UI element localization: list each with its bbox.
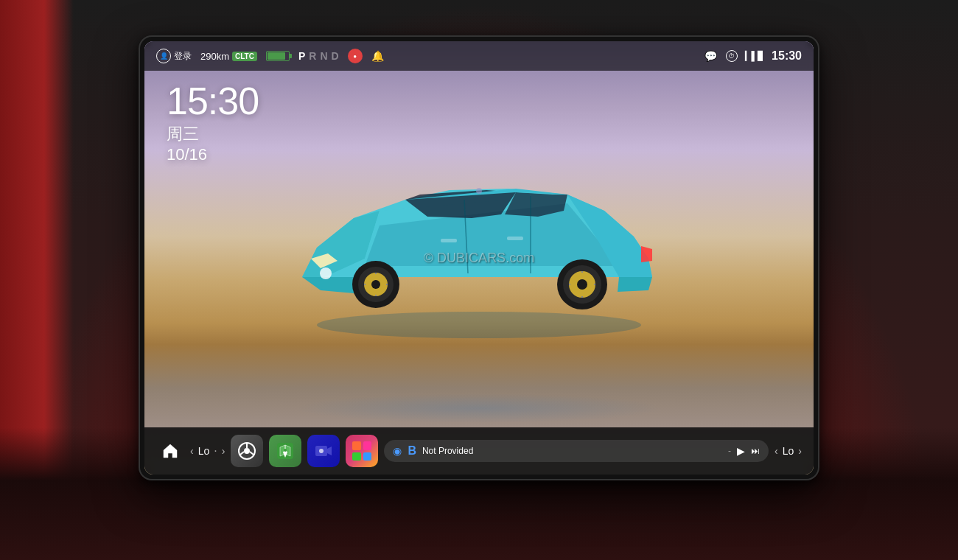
battery-indicator bbox=[266, 51, 290, 61]
svg-rect-20 bbox=[507, 237, 523, 240]
bell-icon[interactable]: 🔔 bbox=[371, 50, 384, 62]
login-label: 登录 bbox=[174, 50, 192, 63]
svg-point-14 bbox=[577, 279, 587, 290]
right-nav-controls: ‹ Lo › bbox=[775, 445, 802, 457]
media-dash: - bbox=[728, 446, 731, 456]
car-3d-display bbox=[258, 115, 700, 351]
datetime-overlay: 15:30 周三 10/16 bbox=[167, 82, 259, 164]
play-button[interactable]: ▶ bbox=[737, 445, 745, 457]
status-time: 15:30 bbox=[772, 49, 802, 63]
left-forward-arrow[interactable]: › bbox=[222, 445, 225, 457]
car-svg bbox=[258, 115, 700, 351]
range-item: 290km CLTC bbox=[200, 51, 257, 62]
car-interior: 👤 登录 290km CLTC P bbox=[0, 0, 958, 560]
apps-grid-icon[interactable] bbox=[346, 435, 378, 467]
clock-icon: ⏱ bbox=[726, 50, 738, 62]
left-lo-label: Lo bbox=[198, 445, 210, 457]
home-button[interactable] bbox=[156, 437, 184, 465]
grid-cell-1 bbox=[352, 441, 361, 450]
watermark: © DUBICARS.com bbox=[424, 251, 534, 266]
gear-display[interactable]: P R N D bbox=[298, 50, 339, 62]
user-login-item[interactable]: 👤 登录 bbox=[156, 49, 192, 63]
record-icon: ● bbox=[353, 53, 357, 60]
maps-app-icon[interactable] bbox=[269, 435, 301, 467]
signal-icon: ▎▌▊ bbox=[745, 51, 765, 61]
car-reflection bbox=[295, 393, 663, 423]
cltc-badge: CLTC bbox=[232, 52, 257, 61]
status-bar: 👤 登录 290km CLTC P bbox=[144, 41, 814, 71]
range-value: 290km bbox=[200, 51, 229, 62]
bluetooth-symbol: B bbox=[408, 444, 416, 458]
maps-icon bbox=[276, 441, 295, 461]
steering-wheel-icon bbox=[237, 441, 256, 461]
settings-app-icon[interactable] bbox=[231, 435, 263, 467]
svg-point-32 bbox=[319, 449, 324, 453]
left-nav-controls: ‹ Lo · › bbox=[190, 444, 225, 458]
record-button[interactable]: ● bbox=[348, 49, 363, 63]
svg-line-26 bbox=[240, 452, 244, 455]
gear-n: N bbox=[320, 50, 327, 62]
right-lo-label: Lo bbox=[783, 445, 794, 457]
date-display: 10/16 bbox=[167, 145, 259, 164]
svg-point-24 bbox=[244, 448, 250, 454]
infotainment-screen: 👤 登录 290km CLTC P bbox=[144, 41, 814, 475]
day-display: 周三 bbox=[167, 123, 259, 145]
media-track-title: Not Provided bbox=[422, 446, 722, 456]
right-forward-arrow[interactable]: › bbox=[798, 445, 802, 457]
svg-point-22 bbox=[476, 188, 482, 194]
user-icon: 👤 bbox=[156, 49, 171, 63]
chat-icon[interactable]: 💬 bbox=[704, 49, 718, 63]
svg-line-27 bbox=[250, 452, 254, 455]
video-icon bbox=[314, 441, 333, 461]
grid-cell-3 bbox=[352, 452, 361, 461]
gear-p: P bbox=[298, 50, 305, 62]
skip-button[interactable]: ⏭ bbox=[751, 446, 760, 456]
battery-tip bbox=[290, 54, 292, 58]
screen-bezel: 👤 登录 290km CLTC P bbox=[140, 37, 818, 479]
svg-point-30 bbox=[284, 449, 287, 452]
svg-rect-19 bbox=[441, 239, 457, 242]
status-bar-right: 💬 ⏱ ▎▌▊ 15:30 bbox=[704, 49, 802, 63]
status-bar-left: 👤 登录 290km CLTC P bbox=[156, 49, 704, 63]
svg-point-0 bbox=[317, 312, 641, 338]
taskbar: ‹ Lo · › bbox=[144, 427, 814, 475]
media-player: ◉ B Not Provided - ▶ ⏭ bbox=[384, 440, 769, 462]
gear-d: D bbox=[332, 50, 339, 62]
grid-cell-2 bbox=[363, 441, 372, 450]
right-back-arrow[interactable]: ‹ bbox=[775, 445, 778, 457]
clock-time: 15:30 bbox=[167, 82, 259, 120]
apps-grid-display bbox=[352, 441, 371, 461]
svg-point-6 bbox=[371, 280, 380, 289]
left-back-arrow[interactable]: ‹ bbox=[190, 445, 194, 457]
svg-point-21 bbox=[320, 267, 332, 279]
battery-fill bbox=[268, 52, 285, 60]
gear-r: R bbox=[309, 50, 316, 62]
video-app-icon[interactable] bbox=[307, 435, 340, 467]
nav-dot: · bbox=[214, 444, 217, 458]
grid-cell-4 bbox=[363, 452, 372, 461]
bluetooth-icon: ◉ bbox=[393, 445, 402, 457]
